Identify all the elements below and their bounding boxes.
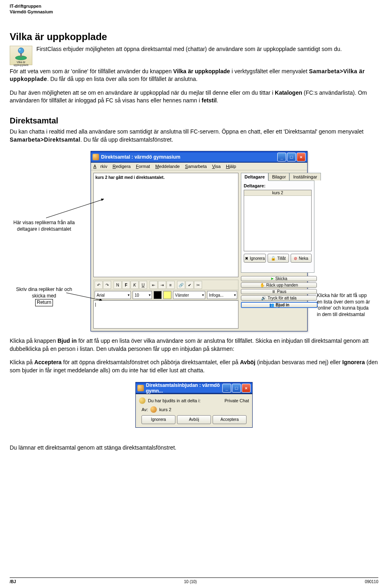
menu-meddelande[interactable]: Meddelande: [155, 164, 180, 169]
compose-area[interactable]: |: [93, 300, 238, 329]
font-select[interactable]: Arial: [95, 291, 131, 299]
participants-label: Deltagare:: [244, 183, 312, 188]
paragraph-direktsamtal-intro: Du kan chatta i realtid med alla använda…: [10, 128, 378, 144]
invite-titlebar[interactable]: Direktsamtalsinbjudan : värmdö gymn... _…: [135, 382, 253, 394]
invite-from-label: Av:: [139, 407, 148, 412]
menu-format[interactable]: Format: [136, 164, 150, 169]
align-select[interactable]: Vänster: [173, 291, 205, 299]
tab-pane-deltagare: Deltagare: kurs 2 ✖Ignorera 🔓Tillåt ⊘Nek…: [241, 180, 314, 273]
annotation-invite: Klicka här för att få upp en lista över …: [317, 293, 373, 318]
annotation-compose: Skriv dina repliker här och skicka med R…: [10, 287, 78, 306]
invite-decline-button[interactable]: Avböj: [177, 415, 211, 424]
doc-header-line2: Värmdö Gymnasium: [10, 9, 378, 15]
tool-outdent-icon[interactable]: ⇤: [150, 281, 158, 289]
app-icon: [93, 154, 99, 160]
menu-hjalp[interactable]: Hjälp: [226, 164, 236, 169]
text-cursor: |: [95, 302, 96, 307]
menu-samarbeta[interactable]: Samarbeta: [185, 164, 207, 169]
titlebar[interactable]: Direktsamtal : värmdö gymnasium _ □ ×: [91, 151, 307, 163]
format-toolbar-2[interactable]: Arial 10 Vänster Infoga...: [93, 290, 238, 300]
heading-direktsamtal: Direktsamtal: [10, 116, 378, 125]
tool-indent-icon[interactable]: ⇥: [158, 281, 166, 289]
raise-hand-button[interactable]: ✋Räck upp handen: [241, 282, 317, 288]
footer-page: 10 (10): [184, 580, 197, 584]
chat-window: Direktsamtal : värmdö gymnasium _ □ × Ar…: [91, 151, 308, 331]
person-plus-icon: 👥: [269, 303, 274, 307]
close-button[interactable]: ×: [242, 384, 251, 393]
format-toolbar[interactable]: ↶ ↷ N F K U ⇤ ⇥ ≡ 🔗: [93, 280, 238, 290]
tool-bullets-icon[interactable]: ≡: [167, 281, 175, 289]
paragraph-accept: Klicka på Acceptera för att öppna direkt…: [10, 359, 378, 374]
menu-visa[interactable]: Visa: [212, 164, 221, 169]
app-icon: [137, 385, 144, 391]
intro-paragraph-1: FirstClass erbjuder möjligheten att öppn…: [36, 46, 342, 52]
menu-redigera[interactable]: Redigera: [113, 164, 131, 169]
hand-icon: ✋: [260, 283, 265, 287]
footer-author: /BJ: [10, 580, 16, 584]
invite-accept-button[interactable]: Acceptera: [213, 415, 247, 424]
intro-paragraph-2: För att veta vem som är 'online' för til…: [10, 68, 378, 83]
person-icon: [150, 406, 157, 413]
push-to-talk-button[interactable]: 🔊Tryck för att tala: [241, 295, 317, 301]
page-footer: /BJ 10 (10) 090110: [10, 577, 378, 584]
minimize-button[interactable]: _: [277, 153, 286, 161]
invite-msg-value: Private Chat: [224, 398, 249, 403]
tool-italic-icon[interactable]: K: [131, 281, 139, 289]
tab-deltagare[interactable]: Deltagare: [241, 173, 268, 181]
close-button[interactable]: ×: [297, 153, 306, 161]
tool-check-icon[interactable]: ✔: [186, 281, 194, 289]
invite-msg-label: Du har bjudits in att delta i:: [148, 398, 200, 403]
heading-uppkopplade: Vilka är uppkopplade: [10, 31, 378, 42]
tab-bilagor[interactable]: Bilagor: [268, 173, 289, 180]
no-entry-icon: ⊘: [294, 256, 297, 261]
participants-list-header[interactable]: kurs 2: [244, 190, 311, 196]
pause-button[interactable]: ⏸Paus: [241, 289, 317, 294]
speaker-icon: 🔊: [261, 296, 266, 300]
unlock-icon: 🔓: [271, 256, 276, 261]
footer-date: 090110: [365, 580, 378, 584]
doc-header-line1: IT-driftgruppen: [10, 3, 378, 9]
deny-button[interactable]: ⊘Neka: [291, 254, 312, 263]
participants-list[interactable]: kurs 2: [244, 190, 312, 251]
tool-attach-icon[interactable]: ✂: [194, 281, 202, 289]
paragraph-bjudin: Klicka på knappen Bjud in för att få upp…: [10, 337, 378, 353]
annotation-transcript: Här visas replikerna från alla deltagare…: [10, 220, 78, 232]
tool-redo-icon[interactable]: ↷: [103, 281, 111, 289]
who-is-online-icon: Vilka är uppkopplade: [10, 46, 32, 65]
invite-ignore-button[interactable]: Ignorera: [141, 415, 175, 424]
menubar[interactable]: Arkiv Redigera Format Meddelande Samarbe…: [91, 163, 307, 170]
tab-installningar[interactable]: Inställningar: [289, 173, 321, 180]
chat-icon: [139, 397, 146, 404]
tool-bold-icon[interactable]: F: [122, 281, 130, 289]
maximize-button[interactable]: □: [287, 153, 296, 161]
maximize-button[interactable]: □: [232, 384, 241, 393]
paragraph-katalogen: Du har även möjligheten att se om en anv…: [10, 89, 378, 105]
invite-window: Direktsamtalsinbjudan : värmdö gymn... _…: [135, 382, 253, 428]
tool-normal-icon[interactable]: N: [114, 281, 122, 289]
text-color-picker[interactable]: [154, 291, 162, 299]
send-button[interactable]: ➤Skicka: [241, 276, 317, 281]
transcript-area[interactable]: kurs 2 har gått med i direktsamtalet.: [93, 173, 238, 277]
minimize-button[interactable]: _: [222, 384, 231, 393]
svg-point-2: [18, 48, 24, 53]
menu-arkiv[interactable]: Arkiv: [93, 164, 107, 169]
size-select[interactable]: 10: [133, 291, 152, 299]
highlight-color-picker[interactable]: [163, 291, 171, 299]
tool-link-icon[interactable]: 🔗: [177, 281, 185, 289]
allow-button[interactable]: 🔓Tillåt: [268, 254, 289, 263]
invite-from-value: kurs 2: [159, 407, 171, 412]
ignore-button[interactable]: ✖Ignorera: [244, 254, 266, 263]
log-line: kurs 2 har gått med i direktsamtalet.: [95, 175, 164, 180]
pause-icon: ⏸: [272, 289, 276, 294]
send-icon: ➤: [270, 276, 274, 281]
svg-point-3: [19, 49, 21, 51]
invite-button[interactable]: 👥Bjud in: [241, 302, 318, 308]
tool-undo-icon[interactable]: ↶: [95, 281, 103, 289]
return-key-label: Return: [35, 299, 53, 306]
invite-window-title: Direktsamtalsinbjudan : värmdö gymn...: [146, 382, 222, 394]
person-x-icon: ✖: [245, 256, 248, 261]
paragraph-leave: Du lämnar ett direktsamtal genom att stä…: [10, 444, 378, 452]
window-title: Direktsamtal : värmdö gymnasium: [101, 154, 277, 160]
insert-select[interactable]: Infoga...: [207, 291, 237, 299]
tool-underline-icon[interactable]: U: [139, 281, 147, 289]
